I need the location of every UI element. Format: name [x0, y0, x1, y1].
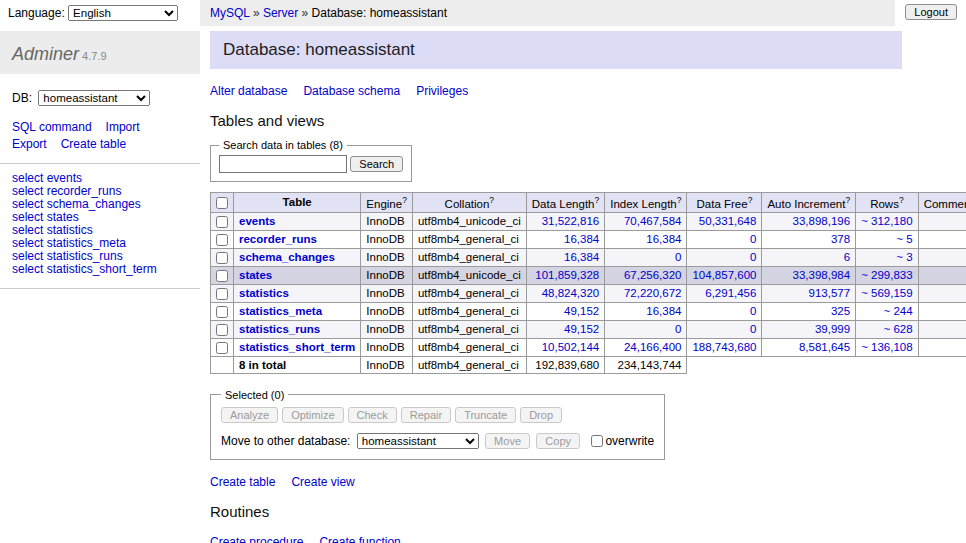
copy-button[interactable]: Copy: [536, 433, 580, 449]
data-length-link[interactable]: 16,384: [564, 251, 599, 263]
data-length-link[interactable]: 49,152: [564, 323, 599, 335]
data-free-link[interactable]: 104,857,600: [692, 269, 756, 281]
sidebar-select-events[interactable]: select events: [12, 171, 82, 185]
data-length-link[interactable]: 49,152: [564, 305, 599, 317]
index-length-link[interactable]: 0: [675, 251, 681, 263]
table-link-statistics-short-term[interactable]: statistics_short_term: [239, 341, 355, 353]
sidebar-action-import[interactable]: Import: [106, 119, 140, 136]
optimize-button[interactable]: Optimize: [282, 407, 343, 423]
create-table-link[interactable]: Create table: [210, 475, 275, 489]
data-length-link[interactable]: 48,824,320: [542, 287, 600, 299]
db-select[interactable]: homeassistant: [38, 90, 150, 106]
checkbox-recorder-runs[interactable]: [216, 234, 228, 246]
sidebar-select-statistics-short-term[interactable]: select statistics_short_term: [12, 262, 157, 276]
data-free-link[interactable]: 0: [750, 233, 756, 245]
checkbox-statistics-meta[interactable]: [216, 306, 228, 318]
data-length-link[interactable]: 31,522,816: [542, 215, 600, 227]
index-length-link[interactable]: 72,220,672: [624, 287, 682, 299]
table-link-schema-changes[interactable]: schema_changes: [239, 251, 335, 263]
checkbox-events[interactable]: [216, 216, 228, 228]
index-length-link[interactable]: 70,467,584: [624, 215, 682, 227]
index-length-link[interactable]: 16,384: [646, 305, 681, 317]
rows-link[interactable]: ~ 136,108: [861, 341, 912, 353]
data-free-link[interactable]: 0: [750, 305, 756, 317]
sidebar-select-statistics[interactable]: select statistics: [12, 223, 93, 237]
data-free-link[interactable]: 0: [750, 323, 756, 335]
sidebar-action-sql-command[interactable]: SQL command: [12, 119, 92, 136]
checkbox-statistics[interactable]: [216, 288, 228, 300]
auto-increment-link[interactable]: 33,398,984: [793, 269, 851, 281]
checkbox-statistics-runs[interactable]: [216, 324, 228, 336]
search-input[interactable]: [219, 155, 347, 173]
create-function-link[interactable]: Create function: [319, 535, 400, 543]
auto-increment-link[interactable]: 325: [831, 305, 850, 317]
logout-button[interactable]: Logout: [905, 4, 957, 20]
rows-link[interactable]: ~ 312,180: [861, 215, 912, 227]
checkbox-schema-changes[interactable]: [216, 252, 228, 264]
breadcrumb-link-server[interactable]: Server: [263, 6, 298, 20]
data-free-link[interactable]: 6,291,456: [705, 287, 756, 299]
sidebar-action-create-table[interactable]: Create table: [61, 136, 126, 153]
db-action-database-schema[interactable]: Database schema: [303, 84, 400, 98]
checkbox-states[interactable]: [216, 270, 228, 282]
sidebar-select-states[interactable]: select states: [12, 210, 79, 224]
data-length-link[interactable]: 10,502,144: [542, 341, 600, 353]
sidebar-action-export[interactable]: Export: [12, 136, 47, 153]
sidebar-select-recorder-runs[interactable]: select recorder_runs: [12, 184, 121, 198]
help-icon[interactable]: ?: [402, 195, 407, 205]
help-icon[interactable]: ?: [594, 195, 599, 205]
drop-button[interactable]: Drop: [520, 407, 562, 423]
help-icon[interactable]: ?: [748, 195, 753, 205]
rows-link[interactable]: ~ 569,159: [861, 287, 912, 299]
help-icon[interactable]: ?: [845, 195, 850, 205]
move-db-select[interactable]: homeassistant: [357, 433, 479, 449]
check-button[interactable]: Check: [348, 407, 397, 423]
index-length-link[interactable]: 24,166,400: [624, 341, 682, 353]
auto-increment-link[interactable]: 6: [844, 251, 850, 263]
overwrite-checkbox[interactable]: [591, 435, 603, 447]
sidebar-select-statistics-runs[interactable]: select statistics_runs: [12, 249, 123, 263]
table-link-statistics-meta[interactable]: statistics_meta: [239, 305, 322, 317]
data-free-link[interactable]: 50,331,648: [699, 215, 757, 227]
select-all-checkbox[interactable]: [216, 197, 228, 209]
help-icon[interactable]: ?: [489, 195, 494, 205]
rows-link[interactable]: ~ 3: [896, 251, 912, 263]
table-link-events[interactable]: events: [239, 215, 275, 227]
rows-link[interactable]: ~ 628: [884, 323, 913, 335]
db-action-alter-database[interactable]: Alter database: [210, 84, 287, 98]
auto-increment-link[interactable]: 33,898,196: [793, 215, 851, 227]
analyze-button[interactable]: Analyze: [221, 407, 278, 423]
auto-increment-link[interactable]: 39,999: [815, 323, 850, 335]
table-link-recorder-runs[interactable]: recorder_runs: [239, 233, 317, 245]
truncate-button[interactable]: Truncate: [455, 407, 516, 423]
help-icon[interactable]: ?: [677, 195, 682, 205]
auto-increment-link[interactable]: 913,577: [809, 287, 851, 299]
language-select[interactable]: English: [68, 5, 178, 21]
data-free-link[interactable]: 188,743,680: [692, 341, 756, 353]
data-length-link[interactable]: 16,384: [564, 233, 599, 245]
checkbox-statistics-short-term[interactable]: [216, 342, 228, 354]
create-view-link[interactable]: Create view: [291, 475, 354, 489]
index-length-link[interactable]: 16,384: [646, 233, 681, 245]
search-button[interactable]: Search: [350, 156, 403, 172]
auto-increment-link[interactable]: 378: [831, 233, 850, 245]
create-procedure-link[interactable]: Create procedure: [210, 535, 303, 543]
table-link-states[interactable]: states: [239, 269, 272, 281]
index-length-link[interactable]: 67,256,320: [624, 269, 682, 281]
rows-link[interactable]: ~ 5: [896, 233, 912, 245]
repair-button[interactable]: Repair: [401, 407, 451, 423]
index-length-link[interactable]: 0: [675, 323, 681, 335]
sidebar-select-statistics-meta[interactable]: select statistics_meta: [12, 236, 126, 250]
rows-link[interactable]: ~ 299,833: [861, 269, 912, 281]
move-button[interactable]: Move: [485, 433, 530, 449]
auto-increment-link[interactable]: 8,581,645: [799, 341, 850, 353]
help-icon[interactable]: ?: [899, 195, 904, 205]
table-link-statistics-runs[interactable]: statistics_runs: [239, 323, 320, 335]
db-action-privileges[interactable]: Privileges: [416, 84, 468, 98]
table-link-statistics[interactable]: statistics: [239, 287, 289, 299]
data-length-link[interactable]: 101,859,328: [535, 269, 599, 281]
sidebar-select-schema-changes[interactable]: select schema_changes: [12, 197, 141, 211]
rows-link[interactable]: ~ 244: [884, 305, 913, 317]
breadcrumb-link-mysql[interactable]: MySQL: [210, 6, 250, 20]
data-free-link[interactable]: 0: [750, 251, 756, 263]
